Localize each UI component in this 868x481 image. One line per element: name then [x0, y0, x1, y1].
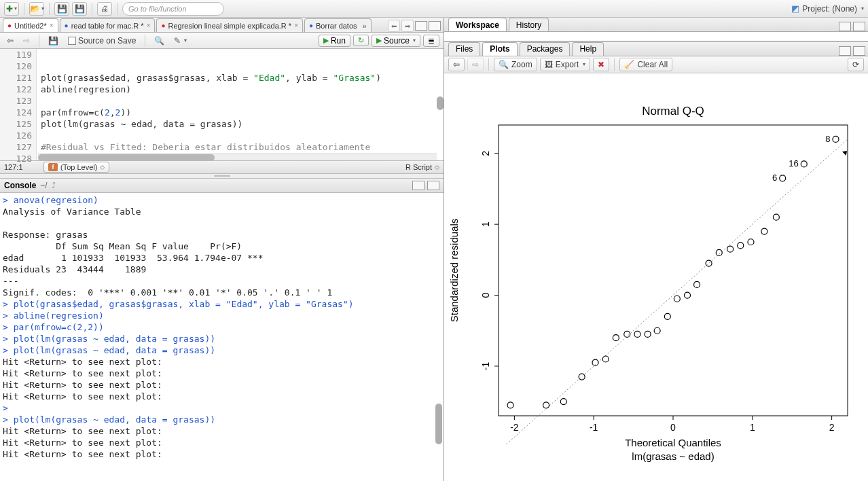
svg-point-42 [738, 243, 744, 249]
wand-button[interactable]: ✎▾ [171, 35, 189, 47]
tab-label: Untitled2* [14, 22, 47, 30]
svg-point-33 [645, 331, 651, 337]
tab-files[interactable]: Files [448, 42, 480, 56]
svg-text:0: 0 [480, 292, 491, 298]
zoom-button[interactable]: 🔍 Zoom [494, 58, 537, 71]
forward-button[interactable]: ⇨ [20, 35, 33, 47]
run-button[interactable]: ▶ Run [319, 35, 350, 47]
outline-button[interactable]: ≣ [423, 35, 439, 47]
plot-prev-button[interactable]: ⇦ [448, 58, 465, 71]
console-title: Console [4, 181, 36, 190]
console-output[interactable]: > anova(regresion) Analysis of Variance … [0, 193, 444, 481]
source-toolbar: ⇦ ⇨ 💾 Source on Save 🔍 ✎▾ ▶ Run ↻ ▶ Sour… [0, 33, 444, 49]
refresh-plot-button[interactable]: ⟳ [848, 58, 864, 71]
console-goto-icon[interactable]: ⤴ [52, 181, 56, 190]
tabs-overflow[interactable]: » [363, 22, 367, 30]
rerun-button[interactable]: ↻ [353, 35, 369, 46]
minimize-source-button[interactable] [415, 21, 427, 31]
svg-point-50 [780, 175, 786, 181]
tab-help[interactable]: Help [572, 42, 604, 56]
svg-point-27 [579, 374, 585, 380]
minimize-plots-button[interactable] [839, 46, 851, 56]
editor-hscroll-thumb[interactable] [38, 154, 215, 161]
code-area[interactable]: plot(grasas$edad, grasas$grasas, xlab = … [37, 49, 444, 160]
svg-point-31 [624, 331, 630, 337]
minimize-workspace-button[interactable] [839, 22, 851, 31]
source-icon: ▶ [376, 36, 382, 45]
rfile-icon: ● [65, 22, 69, 29]
save-button[interactable]: 💾 [54, 2, 69, 16]
svg-text:Theoretical Quantiles: Theoretical Quantiles [625, 437, 721, 448]
clear-all-button[interactable]: 🧹 Clear All [619, 58, 672, 71]
maximize-plots-button[interactable] [853, 46, 865, 56]
open-button[interactable]: 📂▾ [29, 2, 44, 16]
source-label: Source [384, 36, 410, 46]
console-vscrollbar[interactable] [435, 404, 442, 444]
export-label: Export [556, 60, 579, 69]
svg-text:8: 8 [825, 134, 830, 144]
source-tab-regresion[interactable]: ● Regresion lineal simple explicada.R * … [156, 18, 302, 32]
close-icon[interactable]: × [294, 22, 298, 29]
svg-text:6: 6 [772, 173, 777, 183]
scope-selector[interactable]: f (Top Level) ◇ [43, 162, 109, 173]
close-icon[interactable]: × [50, 22, 54, 29]
close-icon[interactable]: × [147, 22, 151, 29]
source-on-save-checkbox[interactable]: Source on Save [65, 35, 139, 47]
tabs-next-button[interactable]: ➡ [401, 20, 414, 32]
svg-point-39 [706, 260, 712, 266]
source-tab-untitled2[interactable]: ● Untitled2* × [3, 18, 58, 32]
svg-line-23 [507, 139, 848, 444]
svg-point-34 [654, 327, 660, 334]
svg-point-26 [560, 399, 566, 405]
qq-plot: Normal Q-QStandardized residualsTheoreti… [444, 73, 868, 481]
clear-all-label: Clear All [637, 60, 668, 69]
zoom-label: Zoom [511, 60, 532, 69]
tab-label: Borrar datos [316, 22, 357, 30]
svg-text:2: 2 [480, 151, 491, 156]
tab-history[interactable]: History [509, 18, 549, 31]
plot-next-button[interactable]: ⇨ [467, 58, 484, 71]
source-button[interactable]: ▶ Source ▾ [372, 35, 420, 47]
workspace-tabs: Workspace History [444, 18, 868, 32]
svg-text:1: 1 [750, 422, 755, 433]
goto-file-input[interactable]: Go to file/function [122, 2, 224, 16]
svg-point-24 [507, 402, 513, 408]
svg-point-38 [694, 281, 700, 287]
save-all-button[interactable]: 💾 [72, 2, 87, 16]
svg-text:-2: -2 [510, 422, 519, 433]
minimize-console-button[interactable] [412, 181, 424, 190]
maximize-console-button[interactable] [427, 181, 439, 190]
new-doc-button[interactable]: ✚▾ [4, 2, 19, 16]
svg-text:Normal Q-Q: Normal Q-Q [642, 105, 704, 118]
back-button[interactable]: ⇦ [4, 35, 16, 47]
svg-text:2: 2 [829, 422, 835, 433]
maximize-workspace-button[interactable] [853, 22, 865, 31]
plot-toolbar: ⇦ ⇨ 🔍 Zoom 🖼 Export ▾ ✖ 🧹 Clear All ⟳ [444, 56, 868, 73]
export-button[interactable]: 🖼 Export ▾ [540, 58, 591, 71]
source-tab-read-table[interactable]: ● read table for mac.R * × [60, 18, 156, 32]
source-tab-borrar[interactable]: ● Borrar datos » [304, 18, 372, 32]
code-editor[interactable]: 119 120 121 122 123 124 125 126 127 128 … [0, 49, 444, 160]
svg-point-45 [773, 214, 779, 220]
function-icon: f [48, 163, 58, 171]
maximize-source-button[interactable] [429, 21, 441, 31]
editor-hscrollbar[interactable] [38, 154, 437, 160]
remove-plot-button[interactable]: ✖ [593, 58, 609, 71]
scope-label: (Top Level) [60, 163, 97, 171]
tab-packages[interactable]: Packages [520, 42, 571, 56]
tabs-prev-button[interactable]: ⬅ [388, 20, 400, 32]
svg-point-44 [761, 228, 767, 234]
find-button[interactable]: 🔍 [151, 35, 167, 47]
run-label: Run [331, 36, 346, 46]
svg-point-35 [664, 313, 670, 319]
source-status-bar: 127:1 f (Top Level) ◇ R Script ◇ [0, 160, 444, 174]
tab-workspace[interactable]: Workspace [448, 18, 507, 31]
editor-vscrollbar[interactable] [437, 96, 444, 110]
svg-point-32 [634, 331, 640, 337]
plots-tabs: Files Plots Packages Help [444, 41, 868, 56]
save-source-button[interactable]: 💾 [46, 35, 61, 47]
project-menu[interactable]: ◩ Project: (None) ▾ [791, 3, 864, 14]
print-button[interactable]: 🖨 [97, 2, 112, 16]
svg-text:lm(grasas ~ edad): lm(grasas ~ edad) [632, 450, 714, 462]
tab-plots[interactable]: Plots [482, 42, 517, 56]
